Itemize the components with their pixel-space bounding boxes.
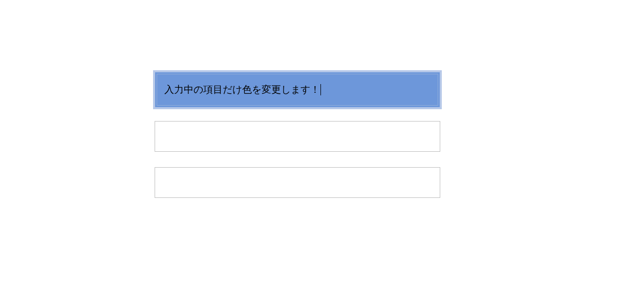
input-value: 入力中の項目だけ色を変更します！	[164, 83, 320, 96]
form-container: 入力中の項目だけ色を変更します！	[155, 72, 440, 213]
text-input-2[interactable]	[155, 121, 440, 152]
text-input-1[interactable]: 入力中の項目だけ色を変更します！	[155, 72, 440, 108]
text-input-3[interactable]	[155, 167, 440, 198]
text-caret	[320, 84, 321, 95]
